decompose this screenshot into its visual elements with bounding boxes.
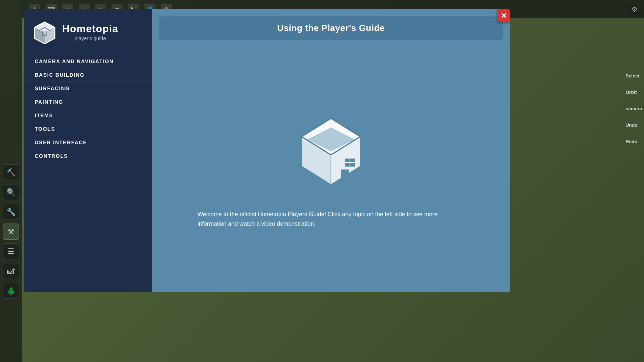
guide-title-bar: Using the Player's Guide — [159, 16, 503, 40]
nav-item-camera-navigation[interactable]: CAMERA AND NAVIGATION — [24, 55, 152, 68]
hometopia-logo-icon — [33, 20, 57, 44]
right-label-camera: camera — [625, 106, 642, 111]
guide-nav-items: CAMERA AND NAVIGATION BASIC BUILDING SUR… — [24, 47, 152, 163]
logo-subtitle: player's guide — [62, 35, 118, 41]
right-sidebar: Select Orbit camera Undo Redo — [625, 73, 644, 144]
close-button[interactable]: ✕ — [497, 9, 510, 22]
toolbar-search-button[interactable]: 🔍 — [3, 184, 19, 200]
toolbar-furniture-button[interactable]: 🛋 — [3, 263, 19, 279]
house-illustration — [287, 107, 375, 195]
right-label-select: Select — [625, 73, 642, 79]
nav-item-painting[interactable]: PAINTING — [24, 95, 152, 109]
settings-button[interactable]: ⚙ — [628, 3, 641, 16]
logo-name: Hometopia — [62, 23, 118, 35]
right-label-orbit: Orbit — [625, 89, 642, 95]
nav-item-tools[interactable]: TOOLS — [24, 122, 152, 136]
guide-main-area: Welcome to the official Hometopia Player… — [152, 43, 510, 292]
toolbar-tree-button[interactable]: 🌲 — [3, 283, 19, 299]
toolbar-grid-button[interactable]: ☰ — [3, 243, 19, 259]
guide-logo-texts: Hometopia player's guide — [62, 23, 118, 41]
right-label-undo: Undo — [625, 122, 642, 128]
nav-item-user-interface[interactable]: USER INTERFACE — [24, 136, 152, 149]
nav-item-items[interactable]: ITEMS — [24, 109, 152, 122]
toolbar-wrench-button[interactable]: 🔧 — [3, 204, 19, 220]
guide-logo-header: Hometopia player's guide — [24, 9, 152, 47]
nav-item-basic-building[interactable]: BASIC BUILDING — [24, 68, 152, 82]
toolbar-build-button[interactable]: 🔨 — [3, 164, 19, 180]
nav-item-controls[interactable]: CONTROLS — [24, 149, 152, 163]
nav-item-surfacing[interactable]: SURFACING — [24, 82, 152, 95]
guide-modal: ✕ Hometopia player's guide CAMERA AN — [24, 9, 510, 292]
guide-welcome-text: Welcome to the official Hometopia Player… — [197, 210, 464, 228]
toolbar-hammer-button[interactable]: ⚒ — [3, 224, 19, 240]
svg-rect-8 — [341, 169, 349, 182]
guide-content-panel: Using the Player's Guide — [152, 9, 510, 292]
left-toolbar: 🔨 🔍 🔧 ⚒ ☰ 🛋 🌲 — [0, 0, 22, 362]
guide-nav-panel: Hometopia player's guide CAMERA AND NAVI… — [24, 9, 152, 292]
right-label-redo: Redo — [625, 139, 642, 144]
guide-title-text: Using the Player's Guide — [277, 23, 385, 33]
